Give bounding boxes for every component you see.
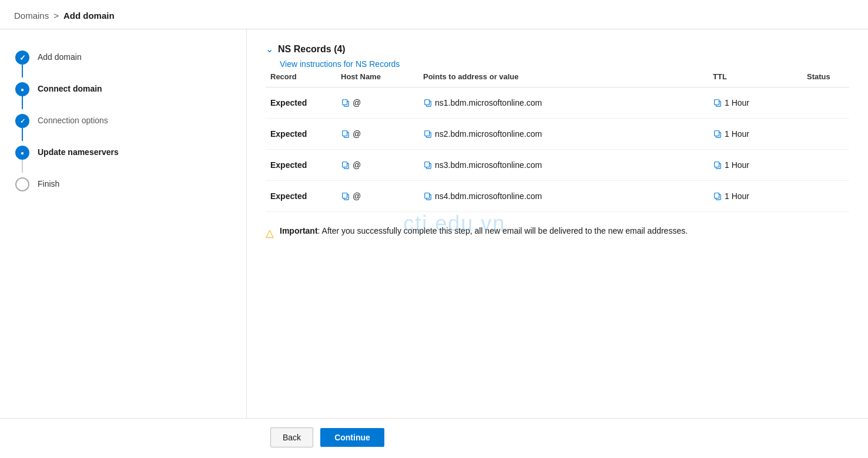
- step1-connector: [22, 65, 23, 78]
- cell-ttl-2: 1 Hour: [708, 150, 802, 181]
- svg-rect-1: [343, 100, 347, 105]
- footer: Back Continue: [0, 418, 868, 456]
- col-header-ttl: TTL: [708, 69, 802, 87]
- table-body: Expected @ ns1.bdm.microsoftonline.com: [266, 87, 849, 212]
- important-banner: △ Important: After you successfully comp…: [266, 226, 849, 240]
- cell-record-0: Expected: [266, 87, 336, 119]
- step-connect-domain: ● Connect domain: [14, 80, 232, 112]
- cell-ttl-1: 1 Hour: [708, 119, 802, 150]
- content-area: ⌄ NS Records (4) View instructions for N…: [247, 29, 868, 418]
- section-header: ⌄ NS Records (4): [266, 43, 849, 55]
- svg-rect-21: [425, 193, 430, 198]
- table-row: Expected @ ns3.bdm.microsoftonline.com: [266, 150, 849, 181]
- svg-rect-5: [715, 100, 719, 105]
- important-label: Important: [280, 226, 318, 235]
- cell-status-2: [802, 150, 849, 181]
- breadcrumb-separator: >: [53, 11, 59, 21]
- cell-record-3: Expected: [266, 181, 336, 212]
- cell-points-0: ns1.bdm.microsoftonline.com: [418, 87, 708, 119]
- step3-circle: ✓: [15, 114, 29, 128]
- col-header-points: Points to address or value: [418, 69, 708, 87]
- back-button[interactable]: Back: [270, 427, 313, 447]
- step2-label: Connect domain: [38, 82, 102, 95]
- cell-hostname-0: @: [336, 87, 418, 119]
- copy-ttl-icon-2[interactable]: [713, 160, 722, 170]
- step4-label: Update nameservers: [38, 146, 119, 159]
- copy-hostname-icon-1[interactable]: [341, 129, 350, 139]
- cell-ttl-3: 1 Hour: [708, 181, 802, 212]
- copy-points-icon-3[interactable]: [423, 191, 433, 201]
- breadcrumb-current: Add domain: [63, 11, 115, 21]
- cell-points-2: ns3.bdm.microsoftonline.com: [418, 150, 708, 181]
- copy-hostname-icon-2[interactable]: [341, 160, 350, 170]
- step5-circle: [15, 177, 29, 191]
- important-detail: : After you successfully complete this s…: [318, 226, 688, 235]
- copy-hostname-icon-0[interactable]: [341, 98, 350, 107]
- copy-ttl-icon-3[interactable]: [713, 191, 722, 201]
- svg-rect-17: [715, 162, 719, 167]
- step2-connector: [22, 96, 23, 109]
- step-update-nameservers: ● Update nameservers: [14, 143, 232, 175]
- section-title: NS Records (4): [278, 44, 346, 55]
- cell-status-3: [802, 181, 849, 212]
- cell-points-1: ns2.bdm.microsoftonline.com: [418, 119, 708, 150]
- sidebar: ✓ Add domain ● Connect domain: [0, 29, 247, 418]
- step4-icon-col: ●: [14, 146, 31, 173]
- step2-icon-col: ●: [14, 82, 31, 109]
- svg-rect-15: [425, 162, 430, 167]
- table-row: Expected @ ns2.bdm.microsoftonline.com: [266, 119, 849, 150]
- cell-ttl-0: 1 Hour: [708, 87, 802, 119]
- col-header-record: Record: [266, 69, 336, 87]
- copy-hostname-icon-3[interactable]: [341, 191, 350, 201]
- cell-status-1: [802, 119, 849, 150]
- copy-points-icon-0[interactable]: [423, 98, 433, 107]
- cell-status-0: [802, 87, 849, 119]
- step5-label: Finish: [38, 177, 59, 190]
- svg-rect-23: [715, 193, 719, 198]
- step4-connector: [22, 160, 23, 173]
- col-header-hostname: Host Name: [336, 69, 418, 87]
- svg-rect-9: [425, 131, 430, 136]
- main-layout: ✓ Add domain ● Connect domain: [0, 29, 868, 418]
- svg-rect-11: [715, 131, 719, 136]
- step-list: ✓ Add domain ● Connect domain: [14, 48, 232, 194]
- table-row: Expected @ ns1.bdm.microsoftonline.com: [266, 87, 849, 119]
- chevron-icon[interactable]: ⌄: [266, 43, 273, 55]
- cell-hostname-2: @: [336, 150, 418, 181]
- step1-circle: ✓: [15, 50, 29, 65]
- svg-rect-13: [343, 162, 347, 167]
- svg-rect-19: [343, 193, 347, 198]
- step3-icon-col: ✓: [14, 114, 31, 141]
- copy-ttl-icon-1[interactable]: [713, 129, 722, 139]
- step1-label: Add domain: [38, 50, 82, 63]
- records-table: Record Host Name Points to address or va…: [266, 69, 849, 212]
- step3-connector: [22, 128, 23, 141]
- cell-hostname-3: @: [336, 181, 418, 212]
- cell-record-2: Expected: [266, 150, 336, 181]
- cell-points-3: ns4.bdm.microsoftonline.com: [418, 181, 708, 212]
- table-header: Record Host Name Points to address or va…: [266, 69, 849, 87]
- copy-ttl-icon-0[interactable]: [713, 98, 722, 107]
- step1-icon-col: ✓: [14, 50, 31, 78]
- svg-rect-7: [343, 131, 347, 136]
- step5-icon-col: [14, 177, 31, 191]
- step-finish: Finish: [14, 175, 232, 194]
- step-connection-options: ✓ Connection options: [14, 112, 232, 143]
- copy-points-icon-1[interactable]: [423, 129, 433, 139]
- step-add-domain: ✓ Add domain: [14, 48, 232, 80]
- table-row: Expected @ ns4.bdm.microsoftonline.com: [266, 181, 849, 212]
- copy-points-icon-2[interactable]: [423, 160, 433, 170]
- continue-button[interactable]: Continue: [320, 428, 384, 447]
- view-instructions-link[interactable]: View instructions for NS Records: [280, 59, 400, 69]
- col-header-status: Status: [802, 69, 849, 87]
- cell-hostname-1: @: [336, 119, 418, 150]
- breadcrumb-parent[interactable]: Domains: [14, 11, 49, 21]
- step4-circle: ●: [15, 146, 29, 160]
- warning-icon: △: [266, 227, 274, 240]
- step2-circle: ●: [15, 82, 29, 96]
- svg-rect-3: [425, 100, 430, 105]
- breadcrumb: Domains > Add domain: [0, 0, 868, 29]
- important-text: Important: After you successfully comple…: [280, 226, 688, 235]
- step3-label: Connection options: [38, 114, 108, 127]
- cell-record-1: Expected: [266, 119, 336, 150]
